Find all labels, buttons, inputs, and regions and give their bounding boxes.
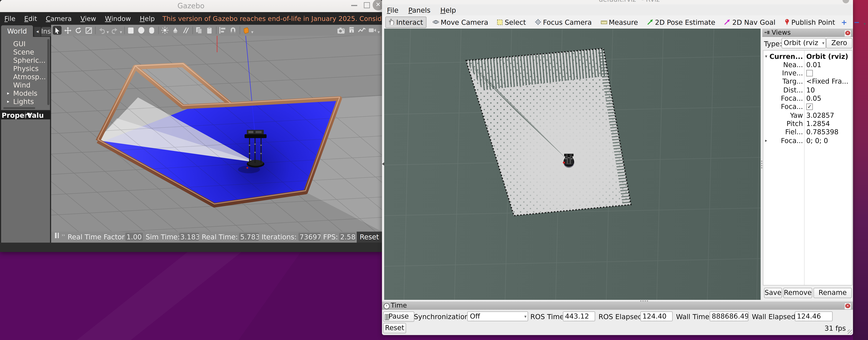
tree-item-wind[interactable]: Wind: [1, 81, 51, 89]
tool-2d-pose-estimate[interactable]: 2D Pose Estimate: [644, 17, 718, 27]
time-panel-header[interactable]: Time ✕: [382, 302, 853, 310]
rename-button[interactable]: Rename: [813, 288, 852, 298]
time-close-button[interactable]: ✕: [844, 303, 851, 310]
directional-light-icon[interactable]: [181, 26, 190, 35]
tab-world[interactable]: World: [1, 25, 33, 37]
rotate-icon[interactable]: [74, 26, 83, 35]
views-row-current-view[interactable]: ▾ Curren... Orbit (rviz): [764, 52, 852, 61]
ros-time-field[interactable]: 443.12: [563, 311, 595, 321]
maximize-button[interactable]: [364, 2, 370, 8]
views-close-button[interactable]: ✕: [844, 30, 851, 37]
tree-horizontal-scrollbar[interactable]: [3, 107, 35, 109]
tree-item-gui[interactable]: GUI: [1, 39, 51, 48]
pause-button[interactable]: Pause: [383, 311, 414, 322]
views-row-focal-point[interactable]: ▸ Foca... 0; 0; 0: [764, 137, 852, 145]
checkbox-checked[interactable]: ✓: [806, 103, 813, 110]
gazebo-3d-viewport[interactable]: [51, 36, 382, 232]
tool-2d-nav-goal[interactable]: 2D Nav Goal: [721, 17, 778, 27]
minimize-button[interactable]: [351, 5, 357, 6]
tool-focus-camera[interactable]: Focus Camera: [532, 17, 594, 27]
menu-help[interactable]: Help: [435, 6, 461, 14]
wall-elapsed-field[interactable]: 124.46: [795, 311, 833, 321]
select-arrow-icon[interactable]: [53, 26, 62, 35]
views-row-focal-shape-size[interactable]: Foca... 0.05: [764, 94, 852, 103]
menu-camera[interactable]: Camera: [41, 15, 76, 22]
translate-icon[interactable]: [63, 26, 72, 35]
view-type-combo[interactable]: Orbit (rviz▾: [781, 38, 826, 49]
log-icon[interactable]: LOG: [347, 26, 356, 35]
copy-icon[interactable]: [194, 26, 203, 35]
scale-icon[interactable]: [84, 26, 93, 35]
record-caret-icon[interactable]: ▾: [378, 30, 380, 34]
view-angle-icon[interactable]: [242, 26, 251, 35]
ros-elapsed-field[interactable]: 124.40: [640, 311, 673, 321]
remove-tool-caret-icon[interactable]: ▾: [864, 21, 866, 26]
tree-item-spherical[interactable]: Spheric...: [1, 56, 51, 64]
views-row-field-of-view[interactable]: Fiel... 0.785398: [764, 128, 852, 137]
tool-select[interactable]: Select: [494, 17, 529, 27]
time-panel-splitter[interactable]: [382, 300, 853, 302]
redo-menu-caret-icon[interactable]: ▾: [120, 30, 122, 34]
views-row-invert-z[interactable]: Inve...: [764, 69, 852, 78]
menu-help[interactable]: Help: [135, 15, 159, 22]
tree-item-scene[interactable]: Scene: [1, 48, 51, 56]
plot-icon[interactable]: [358, 26, 367, 35]
screenshot-icon[interactable]: [337, 26, 346, 35]
views-row-target-frame[interactable]: Targ... <Fixed Fra...: [764, 78, 852, 86]
undo-menu-caret-icon[interactable]: ▾: [106, 30, 109, 34]
remove-tool-icon[interactable]: −: [854, 18, 860, 26]
spot-light-icon[interactable]: [171, 26, 180, 35]
menu-window[interactable]: Window: [100, 15, 135, 22]
tree-item-models[interactable]: ▸Models: [1, 89, 51, 97]
expander-icon[interactable]: ▸: [7, 97, 13, 106]
paste-icon[interactable]: [205, 26, 214, 35]
menu-view[interactable]: View: [76, 15, 100, 22]
menu-edit[interactable]: Edit: [20, 15, 41, 22]
tool-move-camera[interactable]: Move Camera: [430, 17, 491, 27]
column-divider[interactable]: [25, 112, 26, 119]
step-icon[interactable]: ››: [62, 233, 65, 238]
remove-button[interactable]: Remove: [783, 288, 812, 298]
menu-file[interactable]: File: [382, 6, 403, 14]
menu-panels[interactable]: Panels: [403, 6, 435, 14]
views-panel-header[interactable]: Views ✕: [762, 29, 853, 37]
save-button[interactable]: Save: [764, 288, 782, 298]
point-light-icon[interactable]: [160, 26, 169, 35]
tree-item-physics[interactable]: Physics: [1, 64, 51, 73]
snap-icon[interactable]: [229, 26, 238, 35]
tree-vertical-scrollbar[interactable]: [47, 39, 50, 105]
tab-insert[interactable]: Ins: [41, 27, 51, 36]
box-icon[interactable]: [126, 26, 135, 35]
tool-interact[interactable]: Interact: [385, 16, 426, 28]
sphere-icon[interactable]: [137, 26, 146, 35]
splitter-handle[interactable]: [640, 300, 648, 301]
window-button[interactable]: [842, 0, 849, 3]
record-icon[interactable]: [368, 26, 377, 35]
window-resize-grip[interactable]: [847, 330, 852, 334]
undo-icon[interactable]: [97, 26, 106, 35]
tab-scroll-left-icon[interactable]: ◂: [34, 27, 41, 36]
tree-item-lights[interactable]: ▸Lights: [1, 97, 51, 106]
redo-icon[interactable]: [111, 26, 119, 35]
sync-combo[interactable]: Off▾: [467, 311, 528, 321]
menu-file[interactable]: File: [0, 15, 20, 22]
align-icon[interactable]: [218, 26, 227, 35]
expander-icon[interactable]: ▸: [7, 89, 13, 97]
views-row-focal-shape-fixed[interactable]: Foca... ✓: [764, 103, 852, 111]
views-row-pitch[interactable]: Pitch 1.2854: [764, 119, 852, 128]
rviz-3d-viewport[interactable]: [384, 29, 761, 300]
time-reset-button[interactable]: Reset: [383, 323, 406, 333]
views-row-near-clip[interactable]: Nea... 0.01: [764, 61, 852, 69]
zero-button[interactable]: Zero: [826, 38, 852, 49]
rviz-robot-model[interactable]: [563, 154, 574, 168]
wall-time-field[interactable]: 888686.49: [710, 311, 749, 321]
pause-icon[interactable]: [55, 233, 59, 238]
cylinder-icon[interactable]: [147, 26, 156, 35]
view-angle-caret-icon[interactable]: ▾: [251, 30, 253, 34]
gazebo-titlebar[interactable]: Gazebo ✕: [0, 0, 382, 12]
reset-button[interactable]: Reset: [357, 232, 382, 243]
checkbox-unchecked[interactable]: [806, 70, 813, 76]
views-row-distance[interactable]: Dist... 10: [764, 86, 852, 94]
tool-publish-point[interactable]: Publish Point: [781, 17, 838, 27]
tree-item-atmosphere[interactable]: Atmosp...: [1, 73, 51, 81]
